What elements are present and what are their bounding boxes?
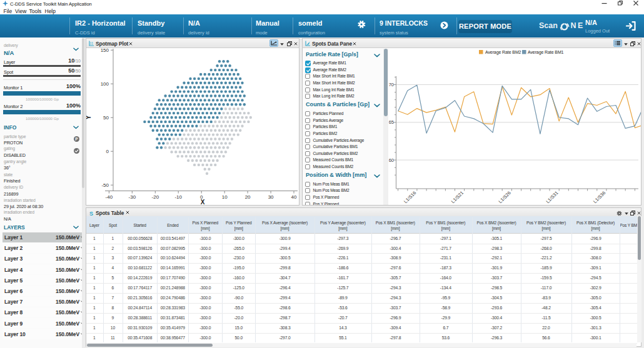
svg-text:-40: -40 [106,194,113,200]
svg-text:S: S [89,211,93,217]
svg-text:60: 60 [389,157,394,163]
svg-text:70: 70 [389,82,394,87]
svg-text:-20: -20 [152,194,159,200]
svg-text:150: 150 [101,49,109,53]
svg-text:L1/S16: L1/S16 [403,190,417,204]
svg-text:L1/S26: L1/S26 [498,190,512,204]
svg-text:-50: -50 [101,182,109,188]
svg-text:50: 50 [103,115,109,121]
svg-text:65: 65 [389,119,394,125]
svg-text:40: 40 [291,194,297,200]
svg-text:L1/S36: L1/S36 [592,190,606,204]
svg-text:L1/S31: L1/S31 [545,190,559,204]
svg-text:10: 10 [222,194,228,200]
svg-text:-10: -10 [174,194,182,200]
svg-text:X: X [201,199,205,205]
svg-text:0: 0 [106,149,109,154]
svg-text:30: 30 [268,194,274,200]
svg-text:100: 100 [101,81,109,87]
svg-text:Y: Y [86,115,92,119]
svg-text:-30: -30 [129,194,136,200]
svg-text:P: P [75,137,78,141]
svg-text:20: 20 [245,194,251,200]
svg-text:L1/S21: L1/S21 [450,190,465,204]
